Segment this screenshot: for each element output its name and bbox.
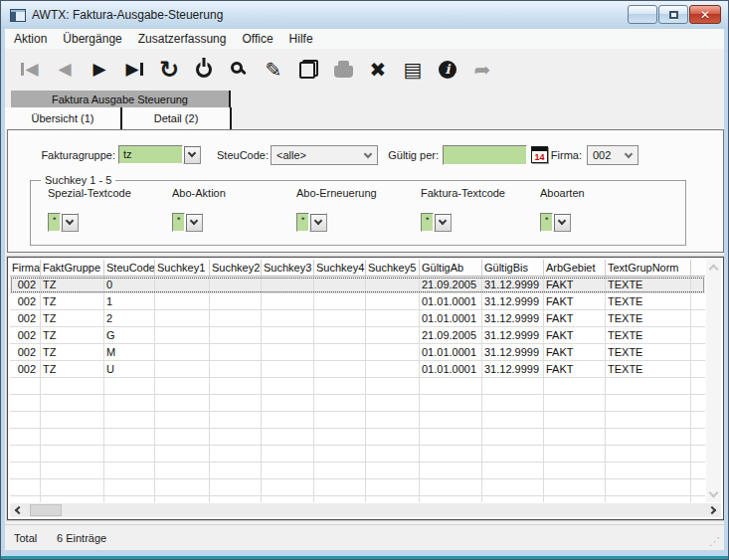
scroll-up-icon[interactable] — [709, 265, 719, 275]
scroll-down-icon[interactable] — [709, 488, 719, 498]
refresh-icon[interactable]: ↻ — [156, 57, 182, 83]
table-row[interactable]: 002TZG21.09.200531.12.9999FAKTTEXTE — [10, 327, 705, 344]
suchkey-combo-abo-erneuerung[interactable]: * — [296, 213, 372, 232]
table-cell: 31.12.9999 — [482, 277, 544, 292]
menu-item-aktion[interactable]: Aktion — [6, 30, 55, 48]
table-cell: 002 — [10, 277, 41, 292]
suchkey-value-spezial-textcode[interactable]: * — [48, 213, 61, 232]
horizontal-scrollbar[interactable] — [10, 503, 721, 517]
table-cell: 31.12.9999 — [482, 293, 544, 309]
clipboard-icon[interactable]: ▤ — [400, 57, 426, 83]
column-header-gültigab[interactable]: GültigAb — [420, 260, 482, 276]
menu-item-hilfe[interactable]: Hilfe — [281, 30, 321, 48]
tab-übersicht-1[interactable]: Übersicht (1) — [5, 107, 122, 129]
table-row[interactable]: 002TZ021.09.200531.12.9999FAKTTEXTE — [10, 277, 705, 293]
column-header-suchkey3[interactable]: Suchkey3 — [262, 260, 314, 276]
tab-detail-2[interactable]: Detail (2) — [122, 107, 232, 129]
chevron-down-icon — [65, 217, 73, 225]
suchkey-combo-spezial-textcode[interactable]: * — [48, 213, 123, 232]
suchkey-combo-abo-aktion[interactable]: * — [172, 213, 248, 232]
suchkey-dropdown-button-aboarten[interactable] — [553, 213, 571, 232]
menu-item-zusatzerfassung[interactable]: Zusatzerfassung — [130, 30, 235, 48]
gueltig-per-label: Gültig per: — [384, 147, 439, 163]
table-cell — [544, 479, 606, 495]
table-cell: 002 — [10, 327, 41, 343]
table-cell: 01.01.0001 — [420, 293, 482, 309]
go-previous-icon[interactable]: ◀ — [52, 57, 78, 83]
table-cell — [606, 395, 691, 411]
table-row[interactable]: 002TZ101.01.000131.12.9999FAKTTEXTE — [10, 293, 705, 310]
table-row[interactable]: 002TZU01.01.000131.12.9999FAKTTEXTE — [10, 361, 705, 378]
suchkey-combo-faktura-textcode[interactable]: * — [421, 213, 496, 232]
copy-icon[interactable] — [295, 57, 321, 83]
table-row[interactable]: 002TZM01.01.000131.12.9999FAKTTEXTE — [10, 344, 705, 361]
table-cell — [544, 378, 606, 394]
menu-item-office[interactable]: Office — [234, 30, 280, 48]
gueltig-per-input[interactable] — [443, 145, 527, 165]
suchkey-value-faktura-textcode[interactable]: * — [421, 213, 434, 232]
menu-item-übergänge[interactable]: Übergänge — [55, 30, 129, 48]
chevron-down-icon — [557, 217, 565, 225]
edit-icon[interactable]: ✎ — [261, 57, 286, 83]
resize-grip-icon[interactable]: ⋰ — [709, 535, 720, 548]
close-button[interactable]: ✕ — [689, 5, 721, 24]
fakturagruppe-combo[interactable]: tz — [118, 145, 201, 164]
suchkey-value-abo-erneuerung[interactable]: * — [296, 213, 309, 232]
print-icon[interactable] — [330, 57, 356, 83]
column-header-textgrupnorm[interactable]: TextGrupNorm — [606, 260, 691, 276]
calendar-icon[interactable]: 14 — [531, 146, 548, 163]
minimize-button[interactable] — [628, 5, 657, 24]
table-cell — [482, 412, 544, 428]
title-bar[interactable]: AWTX: Faktura-Ausgabe-Steuerung ✕ — [1, 1, 728, 29]
fakturagruppe-label: Fakturagruppe: — [28, 147, 115, 163]
steucode-combo[interactable]: <alle> — [271, 145, 378, 165]
column-header-steucode[interactable]: SteuCode — [104, 260, 155, 276]
steucode-value: <alle> — [276, 149, 306, 161]
column-header-suchkey4[interactable]: Suchkey4 — [314, 260, 366, 276]
restore-button[interactable] — [658, 5, 688, 24]
suchkey-combo-aboarten[interactable]: * — [540, 213, 616, 232]
table-cell — [544, 446, 606, 462]
suchkey-value-aboarten[interactable]: * — [540, 213, 553, 232]
table-cell: TEXTE — [606, 327, 691, 343]
info-shape — [439, 61, 456, 79]
table-cell — [210, 446, 262, 462]
power-icon[interactable] — [191, 57, 217, 83]
column-header-arbgebiet[interactable]: ArbGebiet — [544, 260, 606, 276]
export-icon[interactable]: ➦ — [469, 57, 495, 83]
table-header: FirmaFaktGruppeSteuCodeSuchkey1Suchkey2S… — [10, 260, 705, 277]
fakturagruppe-dropdown-button[interactable] — [183, 145, 201, 164]
go-first-icon[interactable]: ◀ — [17, 57, 43, 83]
table-cell — [262, 395, 314, 411]
column-header-faktgruppe[interactable]: FaktGruppe — [41, 260, 104, 276]
table-cell — [314, 361, 366, 377]
table-cell: 21.09.2005 — [420, 277, 482, 292]
go-next-icon[interactable]: ▶ — [87, 57, 112, 83]
scroll-left-icon[interactable] — [15, 506, 23, 514]
column-header-suchkey2[interactable]: Suchkey2 — [210, 260, 262, 276]
vertical-scrollbar[interactable] — [706, 260, 721, 502]
column-header-suchkey1[interactable]: Suchkey1 — [155, 260, 210, 276]
suchkey-dropdown-button-spezial-textcode[interactable] — [61, 213, 79, 232]
firma-combo[interactable]: 002 — [587, 145, 638, 165]
table-cell — [544, 496, 606, 502]
tab-faktura-ausgabe-steuerung[interactable]: Faktura Ausgabe Steuerung — [11, 91, 231, 107]
horizontal-scroll-thumb[interactable] — [30, 504, 62, 516]
column-header-firma[interactable]: Firma — [10, 260, 41, 276]
suchkey-value-abo-aktion[interactable]: * — [172, 213, 185, 232]
info-icon[interactable] — [435, 57, 460, 83]
table-cell — [544, 429, 606, 445]
search-icon[interactable] — [226, 57, 252, 83]
suchkey-dropdown-button-abo-aktion[interactable] — [185, 213, 203, 232]
delete-icon[interactable]: ✖ — [365, 57, 391, 83]
column-header-suchkey5[interactable]: Suchkey5 — [366, 260, 420, 276]
suchkey-dropdown-button-abo-erneuerung[interactable] — [309, 213, 327, 232]
table-row[interactable]: 002TZ201.01.000131.12.9999FAKTTEXTE — [10, 310, 705, 327]
scroll-right-icon[interactable] — [708, 506, 716, 514]
column-header-gültigbis[interactable]: GültigBis — [482, 260, 544, 276]
fakturagruppe-value[interactable]: tz — [118, 145, 183, 164]
table-cell: 31.12.9999 — [482, 361, 544, 377]
suchkey-dropdown-button-faktura-textcode[interactable] — [434, 213, 452, 232]
table-cell — [482, 463, 544, 478]
go-last-icon[interactable]: ▶ — [121, 57, 147, 83]
